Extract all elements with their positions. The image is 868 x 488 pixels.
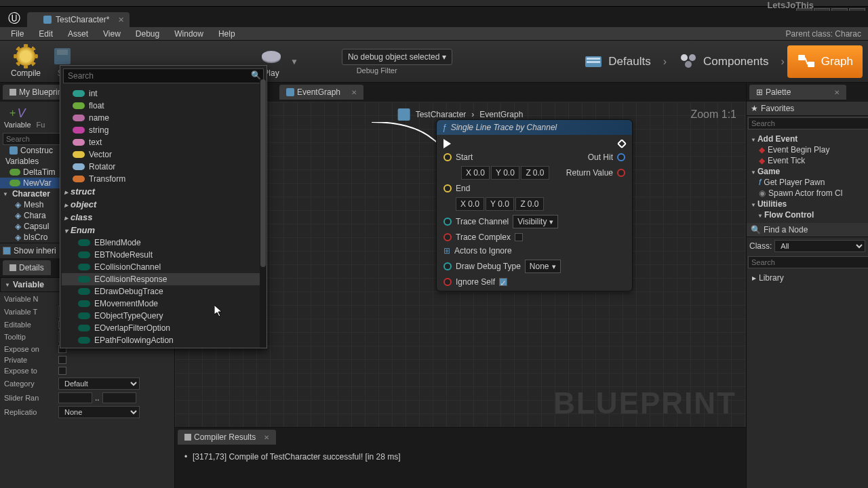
find-node-header[interactable]: 🔍Find a Node	[747, 223, 868, 237]
palette-tab[interactable]: ⊞Palette✕	[749, 85, 846, 100]
add-variable-button[interactable]: +V Variable	[4, 106, 31, 129]
enum-category[interactable]: Enum	[62, 224, 265, 237]
type-option[interactable]: string	[62, 124, 265, 136]
graph-button[interactable]: Graph	[787, 45, 863, 78]
type-option[interactable]: int	[62, 87, 265, 100]
compile-button[interactable]: Compile	[5, 44, 46, 79]
library-item[interactable]: ▸ Library	[749, 272, 865, 283]
enum-option[interactable]: EBTNodeResult	[62, 249, 265, 261]
type-option[interactable]: float	[62, 100, 265, 112]
type-category[interactable]: struct	[62, 185, 265, 198]
palette-item[interactable]: ◆Event Tick	[749, 155, 865, 166]
node-header[interactable]: ƒ Single Line Trace by Channel	[437, 120, 632, 135]
svg-rect-6	[587, 61, 600, 63]
enum-option[interactable]: EMovementMode	[62, 298, 265, 310]
line-trace-node[interactable]: ƒ Single Line Trace by Channel Start Out…	[436, 119, 633, 291]
menu-view[interactable]: View	[96, 28, 127, 40]
menu-window[interactable]: Window	[167, 28, 210, 40]
unreal-logo-icon[interactable]: Ⓤ	[5, 9, 23, 27]
menu-help[interactable]: Help	[212, 28, 242, 40]
compiler-results-tab[interactable]: Compiler Results ✕	[178, 430, 276, 445]
enum-option[interactable]: EDrawDebugTrace	[62, 285, 265, 298]
palette-category[interactable]: Flow Control	[749, 209, 865, 220]
type-option[interactable]: Vector	[62, 148, 265, 161]
components-button[interactable]: Components	[669, 45, 778, 78]
slider-min-input[interactable]	[58, 392, 92, 403]
trace-channel-dropdown[interactable]: Visibility▾	[513, 215, 558, 228]
z-field[interactable]: Z 0.0	[521, 166, 549, 180]
x-field[interactable]: X 0.0	[461, 166, 490, 180]
vector-pin[interactable]	[443, 184, 452, 192]
dropdown-list[interactable]: intfloatnamestringtextVectorRotatorTrans…	[60, 86, 267, 348]
x-field[interactable]: X 0.0	[456, 197, 484, 211]
palette-category[interactable]: Game	[749, 166, 865, 177]
palette-category[interactable]: Utilities	[749, 199, 865, 209]
palette-item[interactable]: fGet Player Pawn	[749, 177, 865, 188]
expose-cinematics-checkbox[interactable]	[58, 367, 66, 375]
category-select[interactable]: Default	[58, 378, 140, 390]
trace-complex-checkbox[interactable]	[515, 233, 523, 241]
enum-option[interactable]: EPathFollowingAction	[62, 334, 265, 346]
enum-option[interactable]: EBlendMode	[62, 237, 265, 249]
type-option[interactable]: Rotator	[62, 161, 265, 173]
menu-edit[interactable]: Edit	[32, 28, 60, 40]
bool-pin[interactable]	[617, 169, 625, 177]
find-node-search-input[interactable]	[748, 256, 868, 268]
z-field[interactable]: Z 0.0	[515, 197, 544, 211]
ignore-self-checkbox[interactable]: ✓	[499, 278, 507, 286]
document-tab[interactable]: TestCharacter* ✕	[27, 12, 130, 27]
enum-pin[interactable]	[443, 262, 452, 270]
add-function-button[interactable]: Fu	[37, 106, 45, 129]
close-icon[interactable]: ✕	[118, 16, 124, 24]
debug-object-selector[interactable]: No debug object selected ▾	[342, 49, 452, 65]
replication-select[interactable]: None	[58, 406, 140, 418]
favorites-header[interactable]: ★Favorites	[747, 102, 868, 116]
palette-item[interactable]: ◆Event Begin Play	[749, 144, 865, 155]
scrollbar-thumb[interactable]	[260, 79, 266, 267]
bool-pin[interactable]	[443, 278, 452, 286]
close-icon[interactable]: ✕	[834, 89, 840, 96]
type-pill-icon	[78, 264, 90, 270]
struct-pin[interactable]	[617, 153, 625, 161]
y-field[interactable]: Y 0.0	[486, 197, 514, 211]
components-icon	[679, 52, 698, 71]
compiler-message[interactable]: [3171,73] Compile of TestCharacter succe…	[184, 452, 736, 462]
parent-class-label[interactable]: Parent class: Charac	[786, 29, 864, 39]
type-option[interactable]: Transform	[62, 173, 265, 185]
enum-pin[interactable]	[443, 218, 452, 226]
breadcrumb-item[interactable]: EventGraph	[479, 110, 523, 119]
array-pin[interactable]: ⊞	[443, 246, 450, 256]
menu-file[interactable]: File	[4, 28, 31, 40]
type-option[interactable]: text	[62, 136, 265, 148]
enum-option[interactable]: ECollisionResponse	[62, 273, 265, 285]
menu-asset[interactable]: Asset	[61, 28, 95, 40]
y-field[interactable]: Y 0.0	[491, 166, 519, 180]
dropdown-search-input[interactable]	[63, 68, 264, 83]
eventgraph-tab[interactable]: EventGraph ✕	[279, 85, 363, 100]
close-icon[interactable]: ✕	[264, 434, 269, 441]
breadcrumb-item[interactable]: TestCharacter	[416, 110, 467, 119]
enum-option[interactable]: ECollisionChannel	[62, 261, 265, 273]
vector-pin[interactable]	[443, 153, 452, 161]
palette-category[interactable]: Add Event	[749, 134, 865, 144]
enum-option[interactable]: EObjectTypeQuery	[62, 310, 265, 322]
class-filter-select[interactable]: All	[774, 240, 865, 252]
slider-max-input[interactable]	[102, 392, 136, 403]
dropdown-scrollbar[interactable]	[260, 79, 267, 348]
details-tab[interactable]: Details	[3, 260, 51, 275]
type-category[interactable]: class	[62, 211, 265, 224]
exec-out-pin[interactable]	[617, 139, 627, 148]
private-checkbox[interactable]	[58, 356, 66, 364]
defaults-button[interactable]: Defaults	[574, 45, 660, 78]
draw-debug-dropdown[interactable]: None▾	[525, 260, 561, 273]
menu-debug[interactable]: Debug	[129, 28, 166, 40]
enum-option[interactable]: EOverlapFilterOption	[62, 322, 265, 334]
exec-in-pin[interactable]	[443, 139, 451, 148]
chevron-down-icon[interactable]: ▼	[290, 57, 298, 66]
bool-pin[interactable]	[443, 233, 452, 241]
palette-item[interactable]: ◉Spawn Actor from Cl	[749, 188, 865, 199]
favorites-search-input[interactable]	[748, 117, 868, 129]
type-option[interactable]: name	[62, 112, 265, 124]
type-category[interactable]: object	[62, 198, 265, 211]
close-icon[interactable]: ✕	[351, 89, 357, 96]
